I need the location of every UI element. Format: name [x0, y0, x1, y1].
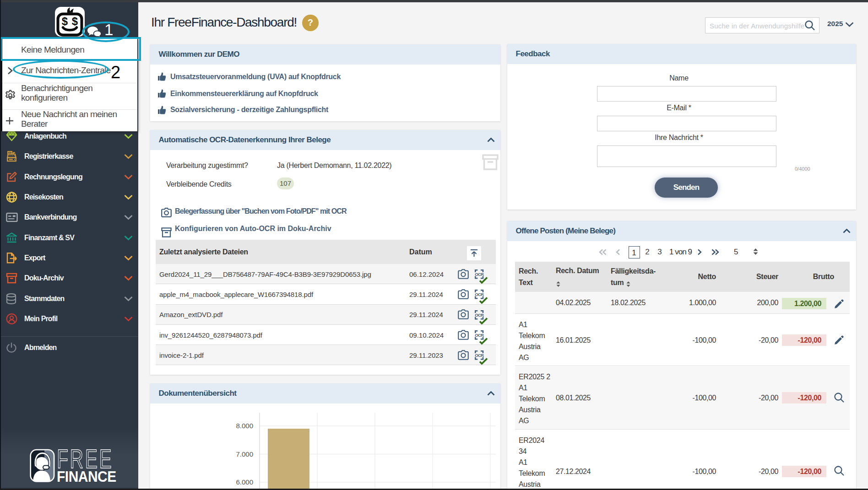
svg-text:$: $ [62, 15, 68, 27]
svg-text:6.000: 6.000 [236, 478, 253, 486]
svg-text:OCR: OCR [475, 353, 484, 358]
svg-text:OCR: OCR [475, 312, 484, 317]
svg-text:FINANCE: FINANCE [57, 468, 116, 485]
svg-text:8.000: 8.000 [236, 422, 253, 430]
svg-text:$: $ [72, 15, 78, 27]
svg-text:7.000: 7.000 [236, 450, 253, 458]
svg-text:OCR: OCR [475, 332, 484, 337]
svg-text:OCR: OCR [475, 272, 484, 277]
svg-text:OCR: OCR [475, 292, 484, 297]
